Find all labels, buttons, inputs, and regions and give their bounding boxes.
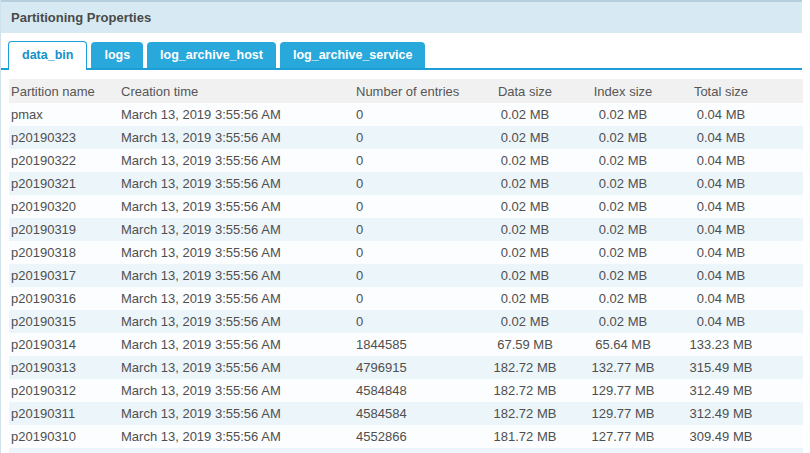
cell-number-of-entries: 4796915 (353, 360, 475, 375)
cell-partition-name: p20190311 (9, 406, 119, 421)
cell-data-size: 0.02 MB (475, 268, 575, 283)
cell-creation-time: March 13, 2019 3:55:56 AM (119, 314, 353, 329)
column-header-total-size: Total size (671, 84, 771, 99)
cell-data-size: 182.72 MB (475, 406, 575, 421)
cell-creation-time: March 13, 2019 3:55:56 AM (119, 222, 353, 237)
cell-total-size: 315.49 MB (671, 360, 771, 375)
cell-data-size: 0.02 MB (475, 107, 575, 122)
cell-number-of-entries: 0 (353, 130, 475, 145)
cell-total-size: 0.04 MB (671, 291, 771, 306)
cell-data-size: 0.02 MB (475, 314, 575, 329)
cell-partition-name: p20190318 (9, 245, 119, 260)
cell-creation-time: March 13, 2019 3:55:56 AM (119, 199, 353, 214)
cell-data-size: 0.02 MB (475, 199, 575, 214)
cell-creation-time: March 13, 2019 3:55:56 AM (119, 406, 353, 421)
column-header-number-of-entries: Number of entries (353, 84, 475, 99)
cell-total-size: 312.49 MB (671, 406, 771, 421)
panel-title: Partitioning Properties (1, 0, 802, 33)
cell-partition-name: p20190316 (9, 291, 119, 306)
cell-index-size: 129.77 MB (575, 406, 671, 421)
cell-index-size: 0.02 MB (575, 199, 671, 214)
cell-number-of-entries: 0 (353, 199, 475, 214)
partitioning-properties-panel: Partitioning Properties data_binlogslog_… (0, 0, 810, 453)
tab-data_bin[interactable]: data_bin (8, 41, 87, 70)
cell-index-size: 0.02 MB (575, 245, 671, 260)
tab-log_archive_service[interactable]: log_archive_service (280, 42, 426, 68)
table-row: p20190310March 13, 2019 3:55:56 AM455286… (9, 425, 803, 448)
table-row: p20190316March 13, 2019 3:55:56 AM00.02 … (9, 287, 803, 310)
cell-index-size: 127.77 MB (575, 429, 671, 444)
tab-log_archive_host[interactable]: log_archive_host (147, 42, 276, 68)
cell-index-size: 129.77 MB (575, 383, 671, 398)
cell-index-size: 0.02 MB (575, 268, 671, 283)
cell-partition-name: p20190322 (9, 153, 119, 168)
cell-index-size: 0.02 MB (575, 176, 671, 191)
cell-data-size: 182.72 MB (475, 383, 575, 398)
table-row: p20190312March 13, 2019 3:55:56 AM458484… (9, 379, 803, 402)
cell-number-of-entries: 0 (353, 314, 475, 329)
cell-index-size: 132.77 MB (575, 360, 671, 375)
cell-total-size: 133.23 MB (671, 337, 771, 352)
tab-content: Partition nameCreation timeNumber of ent… (1, 70, 810, 453)
cell-data-size: 0.02 MB (475, 291, 575, 306)
cell-number-of-entries: 0 (353, 153, 475, 168)
cell-creation-time: March 13, 2019 3:55:56 AM (119, 291, 353, 306)
cell-index-size: 0.02 MB (575, 153, 671, 168)
cell-total-size: 0.04 MB (671, 130, 771, 145)
column-header-creation-time: Creation time (119, 84, 353, 99)
cell-total-size: 0.04 MB (671, 222, 771, 237)
cell-creation-time: March 13, 2019 3:55:56 AM (119, 383, 353, 398)
cell-number-of-entries: 0 (353, 291, 475, 306)
cell-total-size: 0.04 MB (671, 153, 771, 168)
cell-total-size: 312.49 MB (671, 383, 771, 398)
table-row: p20190315March 13, 2019 3:55:56 AM00.02 … (9, 310, 803, 333)
cell-number-of-entries: 0 (353, 245, 475, 260)
column-header-data-size: Data size (475, 84, 575, 99)
table-row: p20190314March 13, 2019 3:55:56 AM184458… (9, 333, 803, 356)
cell-number-of-entries: 1844585 (353, 337, 475, 352)
cell-number-of-entries: 0 (353, 268, 475, 283)
cell-data-size: 0.02 MB (475, 153, 575, 168)
table-row: p20190318March 13, 2019 3:55:56 AM00.02 … (9, 241, 803, 264)
cell-number-of-entries: 4584584 (353, 406, 475, 421)
cell-total-size: 309.49 MB (671, 429, 771, 444)
cell-total-size: 0.04 MB (671, 268, 771, 283)
cell-partition-name: p20190314 (9, 337, 119, 352)
column-header-partition-name: Partition name (9, 84, 119, 99)
table-row: p20190311March 13, 2019 3:55:56 AM458458… (9, 402, 803, 425)
cell-index-size: 0.02 MB (575, 222, 671, 237)
cell-data-size: 181.72 MB (475, 429, 575, 444)
cell-total-size: 0.04 MB (671, 199, 771, 214)
cell-index-size: 0.02 MB (575, 107, 671, 122)
cell-partition-name: p20190319 (9, 222, 119, 237)
cell-creation-time: March 13, 2019 3:55:56 AM (119, 337, 353, 352)
cell-creation-time: March 13, 2019 3:55:56 AM (119, 268, 353, 283)
table-row: p20190313March 13, 2019 3:55:56 AM479691… (9, 356, 803, 379)
cell-number-of-entries: 0 (353, 176, 475, 191)
tab-bar: data_binlogslog_archive_hostlog_archive_… (1, 41, 802, 70)
column-header-index-size: Index size (575, 84, 671, 99)
table-row: p20190321March 13, 2019 3:55:56 AM00.02 … (9, 172, 803, 195)
cell-partition-name: p20190315 (9, 314, 119, 329)
cell-data-size: 0.02 MB (475, 176, 575, 191)
table-row: p20190323March 13, 2019 3:55:56 AM00.02 … (9, 126, 803, 149)
cell-number-of-entries: 0 (353, 222, 475, 237)
cell-data-size: 67.59 MB (475, 337, 575, 352)
cell-total-size: 0.04 MB (671, 245, 771, 260)
cell-partition-name: p20190323 (9, 130, 119, 145)
tab-logs[interactable]: logs (91, 42, 143, 68)
cell-total-size: 0.04 MB (671, 107, 771, 122)
cell-data-size: 0.02 MB (475, 245, 575, 260)
cell-number-of-entries: 4552866 (353, 429, 475, 444)
cell-creation-time: March 13, 2019 3:55:56 AM (119, 107, 353, 122)
cell-creation-time: March 13, 2019 3:55:56 AM (119, 176, 353, 191)
cell-total-size: 0.04 MB (671, 176, 771, 191)
cell-index-size: 65.64 MB (575, 337, 671, 352)
cell-index-size: 0.02 MB (575, 291, 671, 306)
table-row: p20190317March 13, 2019 3:55:56 AM00.02 … (9, 264, 803, 287)
table-row: p20190320March 13, 2019 3:55:56 AM00.02 … (9, 195, 803, 218)
cell-creation-time: March 13, 2019 3:55:56 AM (119, 130, 353, 145)
table-row: p20190322March 13, 2019 3:55:56 AM00.02 … (9, 149, 803, 172)
cell-partition-name: p20190310 (9, 429, 119, 444)
partitions-table: Partition nameCreation timeNumber of ent… (9, 79, 803, 453)
